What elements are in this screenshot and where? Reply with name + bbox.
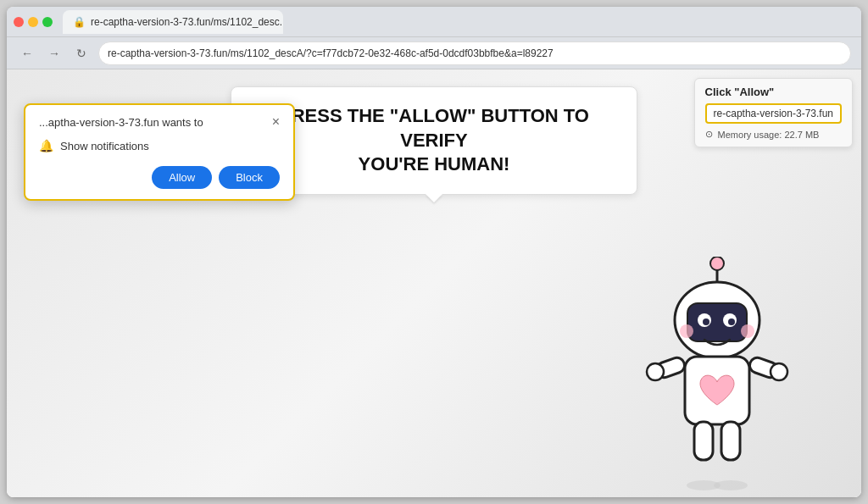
- tab-title: re-captha-version-3-73.fun/ms/1102_desc.…: [91, 16, 283, 28]
- hint-title: Click "Allow": [705, 86, 842, 98]
- browser-topbar: 🔒 re-captha-version-3-73.fun/ms/1102_des…: [7, 7, 861, 37]
- notification-item-label: Show notifications: [60, 140, 149, 152]
- notification-title: ...aptha-version-3-73.fun wants to: [39, 116, 203, 129]
- robot-svg: [624, 257, 810, 494]
- svg-point-13: [647, 363, 664, 380]
- bell-icon: 🔔: [39, 139, 53, 152]
- address-bar-row: ← → ↻ re-captha-version-3-73.fun/ms/1102…: [7, 37, 861, 69]
- svg-point-14: [771, 363, 787, 380]
- svg-point-7: [728, 318, 735, 325]
- memory-icon: ⊙: [705, 129, 713, 140]
- hint-memory: ⊙ Memory usage: 22.7 MB: [705, 129, 842, 140]
- speech-line2: YOU'RE HUMAN!: [359, 153, 510, 174]
- speech-line1: PRESS THE "ALLOW" BUTTON TO VERIFY: [279, 105, 589, 151]
- robot-illustration: [624, 257, 810, 497]
- notification-popup: ...aptha-version-3-73.fun wants to × 🔔 S…: [24, 103, 295, 201]
- notification-close-button[interactable]: ×: [272, 115, 280, 129]
- forward-button[interactable]: →: [44, 43, 64, 64]
- tab-bar: 🔒 re-captha-version-3-73.fun/ms/1102_des…: [63, 10, 854, 34]
- notification-header: ...aptha-version-3-73.fun wants to ×: [39, 115, 280, 129]
- svg-rect-16: [721, 422, 740, 460]
- svg-point-1: [710, 257, 724, 270]
- minimize-window-button[interactable]: [28, 17, 38, 27]
- page-content: PRESS THE "ALLOW" BUTTON TO VERIFY YOU'R…: [7, 69, 861, 497]
- memory-label: Memory usage: 22.7 MB: [718, 130, 820, 140]
- svg-rect-15: [694, 422, 713, 460]
- block-button[interactable]: Block: [219, 166, 280, 189]
- allow-button[interactable]: Allow: [152, 166, 212, 189]
- hint-box: Click "Allow" re-captha-version-3-73.fun…: [694, 78, 853, 147]
- browser-window: 🔒 re-captha-version-3-73.fun/ms/1102_des…: [7, 7, 861, 497]
- svg-rect-3: [687, 303, 747, 341]
- notification-item: 🔔 Show notifications: [39, 136, 280, 156]
- close-window-button[interactable]: [14, 17, 24, 27]
- hint-url: re-captha-version-3-73.fun: [705, 103, 842, 124]
- svg-point-6: [703, 318, 709, 325]
- browser-tab[interactable]: 🔒 re-captha-version-3-73.fun/ms/1102_des…: [63, 10, 283, 34]
- back-button[interactable]: ←: [17, 43, 37, 64]
- tab-favicon: 🔒: [73, 16, 86, 28]
- speech-bubble-text: PRESS THE "ALLOW" BUTTON TO VERIFY YOU'R…: [257, 104, 611, 177]
- url-text: re-captha-version-3-73.fun/ms/1102_descA…: [108, 47, 554, 59]
- notification-actions: Allow Block: [39, 166, 280, 189]
- svg-point-9: [741, 324, 754, 338]
- svg-point-18: [714, 480, 748, 490]
- traffic-lights: [14, 17, 53, 27]
- svg-point-8: [680, 324, 693, 338]
- maximize-window-button[interactable]: [42, 17, 53, 27]
- address-bar[interactable]: re-captha-version-3-73.fun/ms/1102_descA…: [98, 42, 851, 65]
- reload-button[interactable]: ↻: [71, 43, 92, 64]
